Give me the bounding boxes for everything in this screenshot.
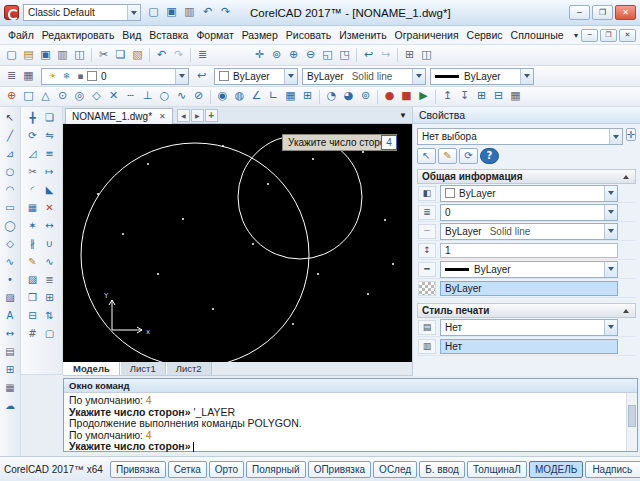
print-table-field[interactable]: Нет bbox=[440, 339, 618, 354]
menu-item-6[interactable]: Рисовать bbox=[282, 27, 335, 43]
undo-icon[interactable]: ↶ bbox=[153, 47, 170, 64]
snap-center-icon[interactable]: ⊙ bbox=[54, 88, 71, 105]
layer-select[interactable]: 0 bbox=[440, 204, 618, 221]
tab-prev-icon[interactable]: ◀ bbox=[177, 109, 190, 122]
refresh-icon[interactable]: ⟳ bbox=[459, 148, 478, 164]
new-tab-icon[interactable]: + bbox=[205, 109, 218, 122]
dimension-tool-icon[interactable]: ↔ bbox=[2, 325, 19, 343]
polygon-tool-icon[interactable]: ◇ bbox=[2, 235, 19, 253]
status-toggle-8[interactable]: МОДЕЛЬ bbox=[529, 461, 583, 478]
snap-extension-icon[interactable]: ┄ bbox=[122, 88, 139, 105]
zoom-fit-icon[interactable]: ◳ bbox=[336, 47, 353, 64]
print-style-section-header[interactable]: Стиль печати bbox=[417, 303, 636, 318]
extend-icon[interactable]: ↦ bbox=[41, 163, 58, 181]
quick-redo-icon[interactable]: ↷ bbox=[217, 4, 234, 21]
menu-item-9[interactable]: Сервис bbox=[463, 27, 507, 43]
entity-properties-icon[interactable]: ≣ bbox=[194, 47, 211, 64]
menu-overflow-icon[interactable]: ▾ bbox=[571, 31, 581, 40]
linetype-scale-field[interactable]: 1 bbox=[440, 243, 618, 258]
pan-icon[interactable]: ✛ bbox=[251, 47, 268, 64]
print-style-select[interactable]: Нет bbox=[440, 319, 618, 336]
document-tab[interactable]: NONAME_1.dwg* ✕ bbox=[65, 108, 173, 124]
view-previous-icon[interactable]: ↩ bbox=[360, 47, 377, 64]
quick-undo-icon[interactable]: ↶ bbox=[199, 4, 216, 21]
child-close-icon[interactable]: ✕ bbox=[619, 29, 636, 42]
polyline-tool-icon[interactable]: ⊿ bbox=[2, 145, 19, 163]
selection-combo[interactable]: Нет выбора bbox=[417, 128, 623, 145]
chevron-down-icon[interactable] bbox=[604, 186, 617, 201]
status-toggle-2[interactable]: Орто bbox=[209, 461, 244, 478]
chevron-down-icon[interactable] bbox=[604, 262, 617, 277]
quick-select-icon[interactable]: ↖ bbox=[417, 148, 436, 164]
child-restore-icon[interactable]: ❐ bbox=[600, 29, 617, 42]
quick-print-icon[interactable]: ▥ bbox=[181, 4, 198, 21]
command-scrollbar[interactable] bbox=[626, 393, 637, 451]
move-icon[interactable]: ╋ bbox=[24, 109, 41, 127]
zoom-out-icon[interactable]: ⊖ bbox=[302, 47, 319, 64]
linestyle-select[interactable]: ByLayer Solid line bbox=[440, 223, 618, 240]
menu-item-0[interactable]: Файл bbox=[4, 27, 38, 43]
explode-icon[interactable]: ✶ bbox=[24, 217, 41, 235]
sheet-manager-icon[interactable]: ⊞ bbox=[401, 47, 418, 64]
bring-front-icon[interactable]: ↥ bbox=[439, 88, 456, 105]
block-tool-icon[interactable]: ⊞ bbox=[2, 361, 19, 379]
color-select[interactable]: ByLayer bbox=[440, 185, 618, 202]
pick-entities-icon[interactable]: ✛ bbox=[626, 128, 636, 141]
snap-tangent-icon[interactable]: ○ bbox=[156, 88, 173, 105]
status-toggle-1[interactable]: Сетка bbox=[168, 461, 207, 478]
menu-item-5[interactable]: Размер bbox=[238, 27, 282, 43]
status-toggle-5[interactable]: ОСлед bbox=[373, 461, 417, 478]
chevron-down-icon[interactable] bbox=[604, 320, 617, 335]
chevron-down-icon[interactable] bbox=[604, 205, 617, 220]
circle-tool-icon[interactable]: ○ bbox=[2, 163, 19, 181]
arc-tool-icon[interactable]: ◠ bbox=[2, 181, 19, 199]
sheet-tab-1[interactable]: Лист1 bbox=[120, 362, 166, 375]
collapse-icon[interactable] bbox=[621, 175, 631, 179]
properties-painter-icon[interactable]: ≣ bbox=[41, 271, 58, 289]
close-icon[interactable]: ✕ bbox=[615, 5, 636, 20]
quick-save-icon[interactable]: ▣ bbox=[163, 4, 180, 21]
new-drawing-icon[interactable]: ▢ bbox=[3, 47, 20, 64]
transparency-field[interactable]: ByLayer bbox=[440, 281, 618, 296]
app-icon[interactable] bbox=[4, 5, 19, 20]
ccs-entity-icon[interactable]: ◕ bbox=[340, 88, 357, 105]
layer-freeze-icon[interactable]: ❄ bbox=[60, 70, 73, 83]
trim-icon[interactable]: ✂ bbox=[24, 163, 41, 181]
zoom-window-icon[interactable]: ◱ bbox=[319, 47, 336, 64]
send-back-icon[interactable]: ↧ bbox=[456, 88, 473, 105]
linestyle-combo[interactable]: ByLayer Solid line bbox=[302, 68, 426, 85]
print-preview-icon[interactable]: ◫ bbox=[71, 47, 88, 64]
annotation-scale-combo[interactable]: Надпись bbox=[585, 461, 640, 478]
menu-item-4[interactable]: Формат bbox=[192, 27, 237, 43]
dynamic-input-field[interactable]: 4 bbox=[381, 135, 397, 150]
menu-item-1[interactable]: Редактировать bbox=[38, 27, 119, 43]
open-icon[interactable]: ▤ bbox=[20, 47, 37, 64]
status-toggle-7[interactable]: ТолщинаЛ bbox=[467, 461, 527, 478]
entity-snap-toggle-icon[interactable]: ◉ bbox=[214, 88, 231, 105]
spline-tool-icon[interactable]: ∿ bbox=[2, 253, 19, 271]
snap-quadrant-icon[interactable]: ◇ bbox=[88, 88, 105, 105]
command-history[interactable]: По умолчанию: 4Укажите число сторон» '_L… bbox=[64, 393, 637, 455]
layer-on-icon[interactable]: ☀ bbox=[46, 70, 59, 83]
edit-hatch-icon[interactable]: ▨ bbox=[24, 271, 41, 289]
record-macro-icon[interactable]: ● bbox=[381, 88, 398, 105]
point-tool-icon[interactable]: • bbox=[2, 271, 19, 289]
menu-item-10[interactable]: Сплошные bbox=[507, 27, 568, 43]
snap-nearest-icon[interactable]: ∿ bbox=[173, 88, 190, 105]
measure-icon[interactable]: # bbox=[24, 325, 41, 343]
group-entities-icon[interactable]: ⊞ bbox=[473, 88, 490, 105]
redo-icon[interactable]: ↷ bbox=[170, 47, 187, 64]
status-toggle-6[interactable]: Б. ввод bbox=[419, 461, 465, 478]
child-minimize-icon[interactable]: ─ bbox=[581, 29, 598, 42]
sheet-tab-0[interactable]: Модель bbox=[63, 362, 120, 375]
entity-track-toggle-icon[interactable]: ◍ bbox=[231, 88, 248, 105]
snap-settings-icon[interactable]: ⊕ bbox=[3, 88, 20, 105]
general-section-header[interactable]: Общая информация bbox=[417, 169, 636, 184]
stretch-icon[interactable]: ↔ bbox=[41, 217, 58, 235]
snap-node-icon[interactable]: ◎ bbox=[71, 88, 88, 105]
help-icon[interactable]: ? bbox=[480, 148, 499, 164]
maximize-icon[interactable]: ❐ bbox=[592, 5, 613, 20]
command-window-title[interactable]: Окно команд bbox=[64, 379, 637, 393]
property-painter-icon[interactable]: ✎ bbox=[438, 148, 457, 164]
polar-guide-icon[interactable]: ∠ bbox=[248, 88, 265, 105]
